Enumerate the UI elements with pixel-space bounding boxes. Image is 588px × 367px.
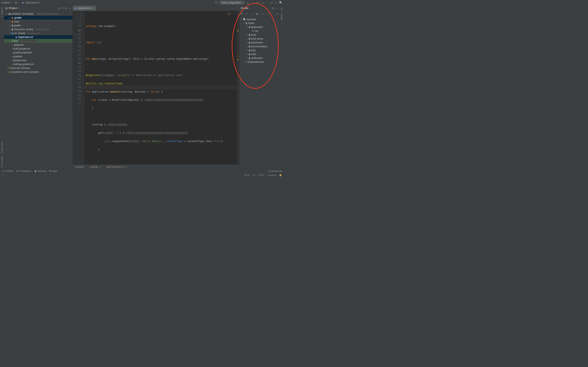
tree-src-dir[interactable]: ▾ ▮ src [main] sources root — [4, 31, 72, 35]
gutter-recursive-icon[interactable]: ↻ — [79, 61, 80, 66]
chevron-down-icon[interactable]: ▾ — [9, 32, 11, 34]
tree-gradle-dir2[interactable]: ▸ ▮ gradle — [4, 24, 72, 27]
chevron-right-icon[interactable]: ▸ — [246, 57, 248, 59]
tool-tab-ant[interactable]: Ant — [281, 6, 283, 12]
expand-icon[interactable]: ⤢ — [262, 12, 265, 15]
chevron-right-icon[interactable]: ▸ — [9, 17, 11, 19]
chevron-right-icon[interactable]: ▸ — [5, 67, 8, 69]
tree-test-dir[interactable]: ▸ ▮ test test sources root — [4, 39, 72, 43]
add-configuration-button[interactable]: Add Configuration... — [219, 1, 245, 5]
marker-stripe[interactable] — [237, 11, 239, 164]
gradle-node-other[interactable]: ▸ ▮ other — [240, 52, 279, 56]
stop-icon[interactable]: ■ — [261, 1, 264, 4]
ide-settings-icon[interactable]: ▭ — [274, 1, 277, 4]
chevron-right-icon[interactable]: ▸ — [246, 53, 248, 55]
chevron-down-icon[interactable]: ▾ — [240, 18, 242, 20]
tree-application-kt[interactable]: ◆ Application.kt — [4, 35, 72, 39]
tree-gradlew[interactable]: ▫ gradlew — [4, 54, 72, 58]
chevron-right-icon[interactable]: ▸ — [9, 28, 11, 30]
settings-icon[interactable]: ⚙ — [65, 7, 67, 10]
dropdown-icon[interactable]: ▾ — [18, 7, 20, 9]
tree-gradle-properties[interactable]: ▫ gradle.properties — [4, 50, 72, 54]
line-separator[interactable]: LF — [252, 174, 255, 176]
locate-icon[interactable]: ⊕ — [58, 7, 60, 10]
chevron-down-icon[interactable]: ˅ — [233, 12, 235, 16]
coverage-icon[interactable]: ◧ — [256, 1, 259, 4]
chevron-right-icon[interactable]: ▸ — [243, 61, 245, 63]
project-tree[interactable]: ▾ ▣ untitled1 [example] ~/IdeaProjects/u… — [4, 11, 72, 169]
project-panel-title[interactable]: Project — [9, 7, 17, 9]
tool-tab-project[interactable]: 1: Project — [1, 6, 3, 18]
gradle-node-tasks[interactable]: ▾ ▮ Tasks — [240, 21, 279, 25]
crumb-src[interactable]: src — [15, 1, 18, 4]
chevron-up-icon[interactable]: ˄ — [231, 12, 232, 16]
crumb-module[interactable]: module() — [75, 166, 84, 168]
tree-build-gradle[interactable]: ▫ build.gradle.kts — [4, 47, 72, 50]
refresh-icon[interactable]: ⟳ — [240, 12, 243, 15]
tree-idea-dir[interactable]: ▸ ▮ .idea — [4, 20, 72, 24]
chevron-down-icon[interactable]: ▾ — [5, 13, 8, 15]
tool-tab-structure[interactable]: 7: Structure — [1, 141, 3, 155]
tool-tab-problems[interactable]: ⊘6: Problems — [16, 170, 31, 173]
gradle-node-verification[interactable]: ▸ ▮ verification — [240, 56, 279, 60]
settings-icon[interactable]: ⚙ — [272, 7, 274, 10]
crumb-file[interactable]: Application.kt — [25, 1, 39, 4]
caret-position[interactable]: 29:10 — [244, 174, 250, 176]
tool-tab-todo[interactable]: ≡6: TODO — [2, 170, 13, 172]
debug-icon[interactable]: ⌖ — [251, 1, 255, 4]
warning-marker[interactable] — [237, 60, 239, 60]
collapse-icon[interactable]: ⤡ — [267, 12, 270, 15]
chevron-right-icon[interactable]: ▸ — [246, 45, 248, 48]
chevron-right-icon[interactable]: ▸ — [9, 21, 11, 23]
file-encoding[interactable]: UTF-8 — [258, 174, 264, 176]
gradle-node-build-setup[interactable]: ▸ ▮ build setup — [240, 37, 279, 41]
warning-marker[interactable] — [237, 31, 239, 32]
tool-tab-terminal[interactable]: ▣Terminal — [34, 170, 46, 173]
gradle-tree[interactable]: ▾ 🐘 example ▾ ▮ Tasks ▾ ▮ application ⚙ … — [240, 17, 279, 169]
gradle-node-build[interactable]: ▸ ▮ build — [240, 33, 279, 37]
warning-marker[interactable] — [237, 29, 239, 30]
chevron-right-icon[interactable]: ▸ — [246, 49, 248, 51]
tree-resources-dir[interactable]: ▸ ▮ resources [main] resources root — [4, 27, 72, 31]
add-icon[interactable]: ＋ — [245, 12, 248, 16]
chevron-right-icon[interactable]: ▸ — [5, 71, 8, 73]
git-icon[interactable]: ⎇ — [269, 1, 273, 4]
problems-badge[interactable]: ⚠ 6 ˄ ˅ — [226, 12, 235, 16]
gradle-node-help[interactable]: ▸ ▮ help — [240, 48, 279, 52]
gradle-node-example[interactable]: ▾ 🐘 example — [240, 17, 279, 21]
chevron-down-icon[interactable]: ▾ — [246, 26, 248, 28]
warning-marker[interactable] — [237, 59, 239, 59]
tree-gradlew-bat[interactable]: ▫ gradlew.bat — [4, 58, 72, 62]
code-editor[interactable]: ⚠ 6 ˄ ˅ package com.example import ... f… — [85, 11, 237, 164]
gutter-suspend-icon[interactable]: ⇢ — [79, 86, 80, 90]
run-icon[interactable]: ▶ — [246, 1, 250, 4]
hide-icon[interactable]: — — [276, 7, 278, 10]
crumb-project[interactable]: untitled1 — [1, 1, 10, 4]
tool-tab-gradle[interactable]: Gradle — [281, 12, 283, 21]
tool-tab-event-log[interactable]: ◯Event Log — [268, 170, 282, 173]
tree-gitignore[interactable]: ▫ .gitignore — [4, 43, 72, 47]
tree-gradle-dir[interactable]: ▸ ▮ .gradle — [4, 16, 72, 20]
execute-icon[interactable]: ▶ — [256, 12, 259, 15]
tool-tab-build[interactable]: ⚒Build — [49, 170, 57, 173]
more-icon[interactable]: » — [276, 12, 279, 15]
editor-tab-application[interactable]: ◆ Application.kt ✕ — [73, 6, 96, 11]
remove-icon[interactable]: － — [249, 12, 252, 16]
tree-settings-gradle[interactable]: ▫ settings.gradle.kts — [4, 62, 72, 66]
gradle-node-distribution[interactable]: ▸ ▮ distribution — [240, 41, 279, 44]
search-icon[interactable]: 🔍 — [279, 1, 282, 4]
chevron-right-icon[interactable]: ▸ — [246, 38, 248, 40]
gradle-task-run[interactable]: ⚙ run — [240, 29, 279, 33]
gutter-suspend-icon[interactable]: ⇢ — [79, 69, 80, 74]
gutter-run-icon[interactable]: ▶ — [79, 29, 80, 33]
chevron-right-icon[interactable]: ▸ — [246, 42, 248, 44]
gradle-node-application[interactable]: ▾ ▮ application — [240, 25, 279, 29]
folded-imports[interactable]: ... — [96, 41, 102, 44]
chevron-down-icon[interactable]: ▾ — [243, 22, 245, 24]
gradle-node-dependencies[interactable]: ▸ ⫴ Dependencies — [240, 60, 279, 64]
tree-external-libraries[interactable]: ▸ ⫴ External Libraries — [4, 66, 72, 70]
warning-marker[interactable] — [237, 56, 239, 56]
chevron-right-icon[interactable]: ▸ — [246, 34, 248, 36]
tree-root[interactable]: ▾ ▣ untitled1 [example] ~/IdeaProjects/u… — [4, 12, 72, 16]
indent-setting[interactable]: 4 spaces — [267, 174, 276, 176]
